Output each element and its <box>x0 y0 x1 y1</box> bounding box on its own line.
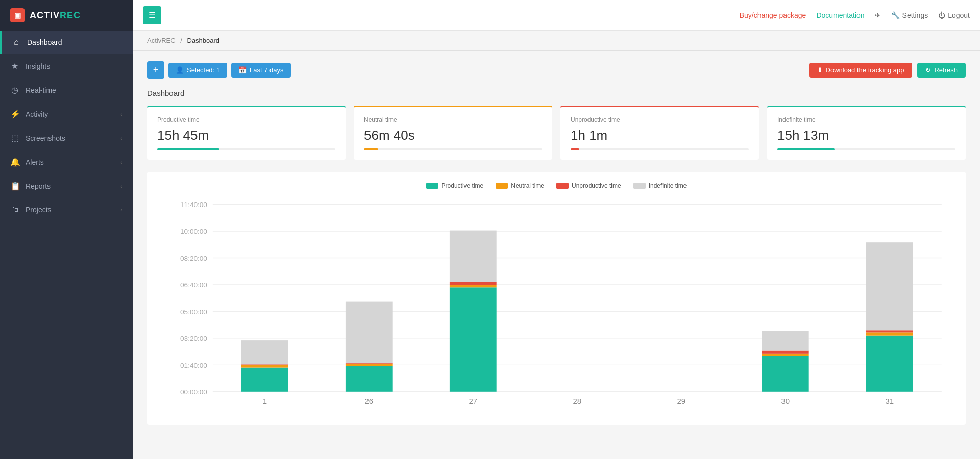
sidebar-label-alerts: Alerts <box>26 158 120 166</box>
wrench-icon: 🔧 <box>891 11 900 19</box>
svg-rect-19 <box>241 340 288 364</box>
logout-icon: ⏻ <box>938 11 945 19</box>
stat-bar-neutral <box>364 148 542 150</box>
download-button[interactable]: ⬇ Download the tracking app <box>809 63 913 78</box>
arrow-icon: ‹ <box>120 159 122 165</box>
arrow-icon: ‹ <box>120 207 122 213</box>
arrow-icon: ‹ <box>120 111 122 117</box>
stat-label-indefinite: Indefinite time <box>777 116 955 123</box>
svg-text:30: 30 <box>781 397 790 405</box>
svg-rect-40 <box>866 330 913 332</box>
date-filter-button[interactable]: 📅 Last 7 days <box>231 63 291 78</box>
svg-text:00:00:00: 00:00:00 <box>180 388 207 396</box>
sidebar-item-realtime[interactable]: ◷ Real-time <box>0 78 133 102</box>
svg-rect-35 <box>762 351 809 354</box>
svg-rect-24 <box>346 302 393 363</box>
sidebar-label-reports: Reports <box>26 182 120 190</box>
sidebar-item-insights[interactable]: ★ Insights <box>0 54 133 78</box>
stat-bar-fill-indefinite <box>777 148 835 150</box>
sidebar-label-insights: Insights <box>26 62 122 70</box>
svg-rect-28 <box>450 282 497 285</box>
svg-rect-21 <box>346 366 393 391</box>
stat-bar-indefinite <box>777 148 955 150</box>
legend-label: Productive time <box>442 182 484 189</box>
svg-rect-29 <box>450 231 497 282</box>
documentation-link[interactable]: Documentation <box>816 11 864 19</box>
svg-text:01:40:00: 01:40:00 <box>180 362 207 369</box>
screenshots-icon: ⬚ <box>10 133 19 143</box>
menu-button[interactable]: ☰ <box>143 6 161 24</box>
logout-link[interactable]: ⏻ Logout <box>938 11 970 19</box>
chart-container: Productive time Neutral time Unproductiv… <box>147 172 966 425</box>
sidebar-item-reports[interactable]: 📋 Reports ‹ <box>0 174 133 198</box>
stat-value-indefinite: 15h 13m <box>777 128 955 143</box>
svg-rect-39 <box>866 332 913 335</box>
toolbar: + 👤 Selected: 1 📅 Last 7 days ⬇ Download… <box>147 61 966 79</box>
stat-label-unproductive: Unproductive time <box>571 116 749 123</box>
svg-text:06:40:00: 06:40:00 <box>180 281 207 289</box>
buy-change-link[interactable]: Buy/change package <box>740 11 806 19</box>
legend-color <box>426 183 438 189</box>
add-button[interactable]: + <box>147 61 164 79</box>
settings-link[interactable]: 🔧 Settings <box>891 11 928 19</box>
realtime-icon: ◷ <box>10 85 19 95</box>
sidebar-item-activity[interactable]: ⚡ Activity ‹ <box>0 102 133 126</box>
topbar-left: ☰ <box>143 6 161 24</box>
legend-color <box>556 183 569 189</box>
sidebar-label-activity: Activity <box>26 110 120 118</box>
logo: ▣ ACTIVREC <box>0 0 133 31</box>
stat-card-unproductive: Unproductive time 1h 1m <box>560 106 759 160</box>
stat-bar-fill-unproductive <box>571 148 579 150</box>
logout-label: Logout <box>948 11 970 19</box>
svg-rect-23 <box>346 363 393 364</box>
reports-icon: 📋 <box>10 181 19 191</box>
legend-color <box>496 183 508 189</box>
dashboard-icon: ⌂ <box>12 38 21 47</box>
legend-item: Neutral time <box>496 182 544 189</box>
svg-text:29: 29 <box>677 397 685 405</box>
svg-rect-17 <box>241 365 288 368</box>
arrow-icon: ‹ <box>120 183 122 189</box>
activity-icon: ⚡ <box>10 109 19 119</box>
logo-icon: ▣ <box>10 8 24 22</box>
bar-chart: 11:40:0010:00:0008:20:0006:40:0005:00:00… <box>157 197 955 413</box>
breadcrumb-root[interactable]: ActivREC <box>147 37 176 44</box>
stats-row: Productive time 15h 45m Neutral time 56m… <box>147 106 966 160</box>
stat-bar-fill-productive <box>157 148 219 150</box>
legend-color <box>633 183 646 189</box>
svg-rect-33 <box>762 356 809 392</box>
stat-card-indefinite: Indefinite time 15h 13m <box>767 106 966 160</box>
breadcrumb-current: Dashboard <box>187 37 220 44</box>
breadcrumb: ActivREC / Dashboard <box>133 31 980 51</box>
section-title: Dashboard <box>147 89 966 97</box>
svg-text:05:00:00: 05:00:00 <box>180 308 207 316</box>
sidebar: ▣ ACTIVREC ⌂ Dashboard ★ Insights ◷ Real… <box>0 0 133 459</box>
legend-item: Indefinite time <box>633 182 687 189</box>
sidebar-item-alerts[interactable]: 🔔 Alerts ‹ <box>0 150 133 174</box>
sidebar-item-screenshots[interactable]: ⬚ Screenshots ‹ <box>0 126 133 150</box>
calendar-icon: 📅 <box>238 66 247 74</box>
svg-rect-27 <box>450 285 497 288</box>
menu-icon: ☰ <box>149 10 156 20</box>
svg-text:03:20:00: 03:20:00 <box>180 335 207 342</box>
content-area: + 👤 Selected: 1 📅 Last 7 days ⬇ Download… <box>133 51 980 459</box>
sidebar-item-dashboard[interactable]: ⌂ Dashboard <box>0 31 133 54</box>
legend-label: Indefinite time <box>649 182 687 189</box>
sidebar-label-realtime: Real-time <box>26 86 122 94</box>
main-area: ☰ Buy/change package Documentation ✈ 🔧 S… <box>133 0 980 459</box>
svg-rect-22 <box>346 364 393 366</box>
legend-item: Unproductive time <box>556 182 621 189</box>
topbar-right: Buy/change package Documentation ✈ 🔧 Set… <box>740 11 970 19</box>
svg-text:08:20:00: 08:20:00 <box>180 254 207 262</box>
refresh-button[interactable]: ↻ Refresh <box>917 63 966 78</box>
legend-item: Productive time <box>426 182 484 189</box>
sidebar-item-projects[interactable]: 🗂 Projects ‹ <box>0 198 133 221</box>
chart-legend: Productive time Neutral time Unproductiv… <box>157 182 955 189</box>
stat-card-neutral: Neutral time 56m 40s <box>354 106 552 160</box>
selected-button[interactable]: 👤 Selected: 1 <box>168 63 227 78</box>
svg-rect-26 <box>450 287 497 392</box>
chart-svg-wrap: 11:40:0010:00:0008:20:0006:40:0005:00:00… <box>157 197 955 415</box>
stat-bar-unproductive <box>571 148 749 150</box>
alerts-icon: 🔔 <box>10 157 19 167</box>
svg-text:10:00:00: 10:00:00 <box>180 227 207 235</box>
